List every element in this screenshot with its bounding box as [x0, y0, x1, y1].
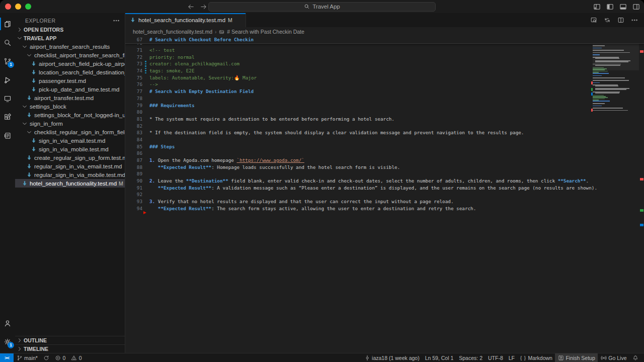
tree-file-item[interactable]: hotel_search_functionality.test.mdM	[15, 179, 125, 188]
tree-file-item[interactable]: passenger.test.md	[15, 76, 125, 85]
code-line[interactable]: 74tags: smoke, E2E	[125, 67, 644, 74]
code-line[interactable]: 71<!-- test	[125, 47, 644, 54]
minimap[interactable]	[593, 37, 639, 111]
line-number: 73	[125, 61, 142, 66]
code-line[interactable]: 84	[125, 136, 644, 143]
tree-item-label: pick-up_date_and_time.test.md	[39, 86, 119, 93]
navigate-forward-icon[interactable]	[200, 3, 207, 11]
outline-section[interactable]: OUTLINE	[15, 336, 125, 344]
status-remote[interactable]: ><	[0, 353, 14, 362]
tree-file-item[interactable]: sign_in_via_email.test.md	[15, 136, 125, 145]
overview-ruler[interactable]	[639, 36, 644, 353]
tree-folder-item[interactable]: sign_in_form	[15, 119, 125, 128]
code-line[interactable]: 85### Steps	[125, 143, 644, 150]
tree-folder-item[interactable]: checklist_airport_transfer_search_fie…	[15, 51, 125, 59]
tree-file-item[interactable]: pick-up_date_and_time.test.md	[15, 85, 125, 94]
tree-file-item[interactable]: regular_sign_in_via_email.test.md	[15, 162, 125, 170]
status-language-mode[interactable]: { }Markdown	[518, 353, 555, 362]
activity-notebook-icon[interactable]	[0, 126, 15, 145]
open-changes-icon[interactable]	[604, 17, 611, 24]
status-git-branch[interactable]: main*	[14, 353, 40, 362]
notebook-icon	[4, 132, 12, 140]
close-tab-icon[interactable]	[235, 17, 241, 23]
code-line[interactable]: 86	[125, 150, 644, 157]
timeline-section[interactable]: TIMELINE	[15, 344, 125, 353]
code-line[interactable]: 83* If the destination field is empty, t…	[125, 129, 644, 136]
tree-file-item[interactable]: regular_sign_in_via_mobile.test.md	[15, 170, 125, 179]
code-line[interactable]: 82	[125, 122, 644, 129]
tree-file-item[interactable]: settings_block_for_not_logged-in_us…	[15, 111, 125, 119]
code-line[interactable]: 81* The system must require a destinatio…	[125, 116, 644, 123]
code-line[interactable]: 902. Leave the **Destination** field bla…	[125, 177, 644, 185]
zoom-window-button[interactable]	[25, 4, 31, 10]
tree-folder-item[interactable]: checklist_regular_sign_in_form_field…	[15, 128, 125, 136]
tree-file-item[interactable]: create_regular_sign_up_form.test.md	[15, 153, 125, 162]
status-encoding[interactable]: UTF-8	[485, 353, 506, 362]
code-line[interactable]: 933. Verify that no hotel results are di…	[125, 198, 644, 205]
activity-account-icon[interactable]	[0, 314, 15, 332]
code-line-sticky[interactable]: 67# Search with Checkout Before Checkin	[125, 36, 644, 43]
tree-file-item[interactable]: sign_in_via_mobile.test.md	[15, 145, 125, 153]
status-go-live[interactable]: Go Live	[598, 353, 629, 362]
tree-folder-item[interactable]: settings_block	[15, 102, 125, 111]
tree-file-item[interactable]: airport_search_field_pick-up_airpor…	[15, 59, 125, 68]
status-errors[interactable]: 0	[52, 353, 68, 362]
customize-layout-icon[interactable]	[593, 3, 601, 11]
explorer-actions-icon[interactable]	[113, 17, 120, 24]
open-editors-section[interactable]: OPEN EDITORS	[15, 25, 125, 34]
toggle-secondary-sidebar-icon[interactable]	[632, 3, 640, 11]
tree-item-label: checklist_regular_sign_in_form_field…	[34, 129, 125, 135]
code-line[interactable]: 871. Open the Agoda.com homepage `https:…	[125, 157, 644, 164]
code-line[interactable]: 75labels: Automatable, Severity:🔥 Major	[125, 74, 644, 81]
code-text: # Search with Checkout Before Checkin	[149, 37, 644, 42]
activity-extensions-icon[interactable]	[0, 108, 15, 126]
split-editor-icon[interactable]	[617, 17, 624, 24]
command-center[interactable]: Travel App	[208, 2, 436, 12]
activity-files-icon[interactable]	[0, 15, 15, 33]
code-line[interactable]: 76-->	[125, 81, 644, 88]
navigate-back-icon[interactable]	[187, 3, 195, 11]
status-indentation[interactable]: Spaces: 2	[456, 353, 486, 362]
minimize-window-button[interactable]	[15, 4, 21, 10]
status-git-blame[interactable]: iaza18 (1 week ago)	[361, 353, 422, 362]
code-editor[interactable]: 67# Search with Checkout Before Checkin …	[125, 36, 644, 353]
status-warnings[interactable]: 0	[68, 353, 85, 362]
activity-search-icon[interactable]	[0, 33, 15, 52]
status-eol[interactable]: LF	[506, 353, 517, 362]
code-line[interactable]: 73creator: olena_pchilka@gmail.com	[125, 60, 644, 67]
tree-file-item[interactable]: airport_transfer.test.md	[15, 94, 125, 102]
open-preview-icon[interactable]	[590, 17, 597, 24]
activity-source-control-icon[interactable]: 1	[0, 52, 15, 70]
tree-item-label: location_search_field_destination_l…	[39, 69, 125, 75]
status-sync[interactable]	[40, 353, 52, 362]
code-line[interactable]: 78	[125, 95, 644, 102]
close-window-button[interactable]	[5, 4, 11, 10]
workspace-section[interactable]: TRAVEL APP	[15, 34, 125, 42]
status-finish-setup[interactable]: Finish Setup	[555, 353, 598, 362]
code-line[interactable]: 80	[125, 109, 644, 116]
code-line[interactable]: 89	[125, 170, 644, 177]
code-line[interactable]: 79### Requirements	[125, 102, 644, 109]
activity-settings-gear-icon[interactable]: 1	[0, 332, 15, 351]
toggle-panel-icon[interactable]	[619, 3, 627, 11]
code-line[interactable]: 92	[125, 191, 644, 198]
code-line[interactable]: 88 **Expected Result**: Homepage loads s…	[125, 163, 644, 170]
code-line-partial[interactable]: 70	[125, 44, 644, 47]
tab-label: hotel_search_functionality.test.md	[138, 17, 225, 23]
breadcrumb-file[interactable]: hotel_search_functionality.test.md	[133, 29, 212, 35]
tree-file-item[interactable]: location_search_field_destination_l…	[15, 68, 125, 76]
status-notifications[interactable]	[629, 353, 641, 362]
activity-run-debug-icon[interactable]	[0, 70, 15, 89]
activity-remote-explorer-icon[interactable]	[0, 89, 15, 108]
breadcrumb-symbol[interactable]: # Search with Past Checkin Date	[227, 29, 304, 35]
code-line[interactable]: 94 **Expected Result**: The search form …	[125, 205, 644, 212]
tree-folder-item[interactable]: airport_transfer_search_results	[15, 42, 125, 51]
markdown-file-icon	[26, 172, 32, 178]
more-actions-icon[interactable]	[631, 17, 638, 24]
tab-hotel-search-functionality[interactable]: hotel_search_functionality.test.md M	[125, 13, 246, 27]
toggle-sidebar-icon[interactable]	[606, 3, 614, 11]
code-line[interactable]: 91 **Expected Result**: A validation mes…	[125, 184, 644, 191]
status-cursor-position[interactable]: Ln 59, Col 1	[422, 353, 456, 362]
code-line[interactable]: 77# Search with Empty Destination Field	[125, 88, 644, 95]
code-line[interactable]: 72priority: normal	[125, 53, 644, 60]
